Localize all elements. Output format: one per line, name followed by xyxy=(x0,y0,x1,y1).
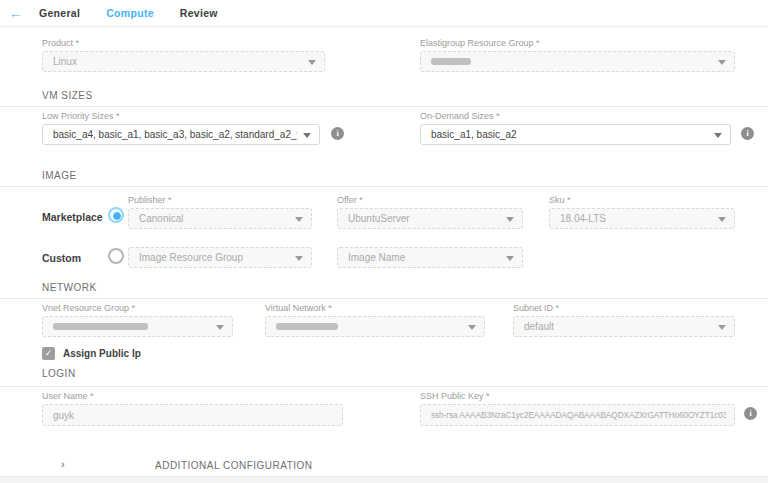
user-name-input[interactable]: guyk xyxy=(42,404,343,426)
publisher-label: Publisher * xyxy=(128,195,312,205)
chevron-down-icon xyxy=(506,217,514,222)
back-arrow-icon[interactable]: ← xyxy=(9,7,22,20)
chevron-down-icon xyxy=(295,256,303,261)
redacted-value xyxy=(431,58,471,65)
image-name-select[interactable]: Image Name xyxy=(337,247,523,268)
additional-configuration-toggle[interactable]: ADDITIONAL CONFIGURATION xyxy=(155,460,313,471)
ssh-public-key-input[interactable]: ssh-rsa AAAAB3NzaC1yc2EAAAADAQABAAABAQDX… xyxy=(420,404,735,426)
low-priority-sizes-field: Low Priority Sizes * basic_a4, basic_a1,… xyxy=(42,111,320,145)
chevron-down-icon xyxy=(303,133,311,138)
divider xyxy=(0,106,768,107)
custom-row-label: Custom xyxy=(42,252,81,264)
chevron-down-icon xyxy=(506,256,514,261)
divider xyxy=(0,186,768,187)
chevron-down-icon xyxy=(308,60,316,65)
chevron-right-icon[interactable]: › xyxy=(61,458,65,470)
virtual-network-field: Virtual Network * xyxy=(265,303,485,337)
image-resource-group-field: Image Resource Group xyxy=(128,247,312,268)
chevron-down-icon xyxy=(216,325,224,330)
tab-review[interactable]: Review xyxy=(180,7,218,19)
sku-field: Sku * 18.04-LTS xyxy=(549,195,735,229)
on-demand-sizes-field: On-Demand Sizes * basic_a1, basic_a2 xyxy=(420,111,731,145)
product-field: Product * Linux xyxy=(42,38,325,72)
chevron-down-icon xyxy=(468,325,476,330)
subnet-id-label: Subnet ID * xyxy=(513,303,735,313)
on-demand-sizes-select[interactable]: basic_a1, basic_a2 xyxy=(420,124,731,145)
compute-form-page: ← General Compute Review Product * Linux… xyxy=(0,0,768,483)
vnet-resource-group-select[interactable] xyxy=(42,316,233,337)
virtual-network-label: Virtual Network * xyxy=(265,303,485,313)
chevron-down-icon xyxy=(718,60,726,65)
custom-radio[interactable] xyxy=(108,248,124,264)
vm-sizes-section-header: VM SIZES xyxy=(42,90,93,101)
offer-label: Offer * xyxy=(337,195,523,205)
subnet-id-select[interactable]: default xyxy=(513,316,735,337)
user-name-field: User Name * guyk xyxy=(42,391,343,426)
elastigroup-resource-group-label: Elastigroup Resource Group * xyxy=(420,38,735,48)
chevron-down-icon xyxy=(718,325,726,330)
low-priority-sizes-label: Low Priority Sizes * xyxy=(42,111,320,121)
info-icon[interactable]: i xyxy=(331,127,344,140)
elastigroup-resource-group-select[interactable] xyxy=(420,51,735,72)
offer-select[interactable]: UbuntuServer xyxy=(337,208,523,229)
chevron-down-icon xyxy=(714,133,722,138)
info-icon[interactable]: i xyxy=(744,407,757,420)
subnet-id-field: Subnet ID * default xyxy=(513,303,735,337)
sku-select[interactable]: 18.04-LTS xyxy=(549,208,735,229)
on-demand-sizes-label: On-Demand Sizes * xyxy=(420,111,731,121)
network-section-header: NETWORK xyxy=(42,282,97,293)
divider xyxy=(0,298,768,299)
sku-label: Sku * xyxy=(549,195,735,205)
image-resource-group-select[interactable]: Image Resource Group xyxy=(128,247,312,268)
info-icon[interactable]: i xyxy=(741,127,754,140)
user-name-label: User Name * xyxy=(42,391,343,401)
virtual-network-select[interactable] xyxy=(265,316,485,337)
assign-public-ip-checkbox[interactable]: ✓ xyxy=(42,347,55,360)
ssh-public-key-label: SSH Public Key * xyxy=(420,391,735,401)
wizard-header: ← General Compute Review xyxy=(0,0,768,27)
page-background xyxy=(0,477,768,483)
divider xyxy=(0,386,768,387)
ssh-public-key-field: SSH Public Key * ssh-rsa AAAAB3NzaC1yc2E… xyxy=(420,391,735,426)
tab-general[interactable]: General xyxy=(39,7,80,19)
redacted-value xyxy=(53,323,148,330)
low-priority-sizes-select[interactable]: basic_a4, basic_a1, basic_a3, basic_a2, … xyxy=(42,124,320,145)
marketplace-radio[interactable] xyxy=(108,207,124,223)
publisher-select[interactable]: Canonical xyxy=(128,208,312,229)
chevron-down-icon xyxy=(718,217,726,222)
image-name-field: Image Name xyxy=(337,247,523,268)
marketplace-row-label: Marketplace xyxy=(42,211,103,223)
publisher-field: Publisher * Canonical xyxy=(128,195,312,229)
login-section-header: LOGIN xyxy=(42,368,76,379)
assign-public-ip-label: Assign Public Ip xyxy=(63,348,141,359)
chevron-down-icon xyxy=(295,217,303,222)
wizard-tabs: General Compute Review xyxy=(39,7,218,19)
redacted-value xyxy=(276,323,338,330)
product-label: Product * xyxy=(42,38,325,48)
product-select[interactable]: Linux xyxy=(42,51,325,72)
elastigroup-resource-group-field: Elastigroup Resource Group * xyxy=(420,38,735,72)
image-section-header: IMAGE xyxy=(42,170,77,181)
offer-field: Offer * UbuntuServer xyxy=(337,195,523,229)
vnet-resource-group-label: Vnet Resource Group * xyxy=(42,303,233,313)
vnet-resource-group-field: Vnet Resource Group * xyxy=(42,303,233,337)
tab-compute[interactable]: Compute xyxy=(106,7,154,19)
